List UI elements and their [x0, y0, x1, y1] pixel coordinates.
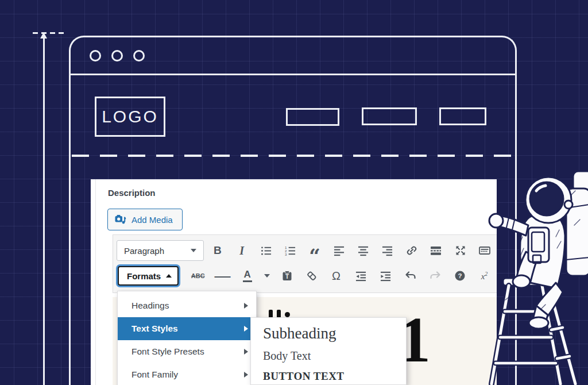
block-format-select[interactable]: Paragraph [117, 240, 204, 261]
strikethrough-icon: ABC [191, 272, 205, 279]
outdent-icon [355, 271, 366, 282]
clear-formatting-button[interactable] [299, 265, 324, 286]
nav-placeholder [286, 108, 339, 126]
align-right-icon [382, 245, 393, 256]
blockquote-button[interactable]: “ [303, 245, 327, 266]
block-format-value: Paragraph [124, 246, 164, 256]
numbered-list-icon: 1 2 3 [285, 245, 296, 256]
italic-icon: I [239, 244, 244, 257]
nav-placeholder [439, 107, 486, 125]
svg-text:T: T [285, 274, 289, 280]
logo-label: LOGO [102, 107, 158, 126]
submenu-item-body-text[interactable]: Body Text [263, 349, 406, 363]
metabox-border [95, 179, 96, 385]
submenu-arrow-icon [244, 326, 248, 332]
menu-item-headings[interactable]: Headings [118, 294, 256, 317]
undo-button[interactable] [398, 265, 423, 286]
redo-button[interactable] [423, 265, 447, 286]
blueprint-hero-graphic: LOGO Description Add Media Paragra [0, 0, 588, 385]
menu-item-label: Headings [131, 301, 169, 311]
read-more-icon [430, 245, 442, 256]
wireframe-dashed-divider [72, 155, 514, 157]
read-more-button[interactable] [424, 240, 448, 261]
chevron-up-icon [166, 274, 172, 278]
submenu-arrow-icon [244, 303, 248, 309]
wireframe-titlebar [71, 37, 515, 75]
special-character-button[interactable]: Ω [324, 265, 349, 286]
paste-as-text-button[interactable]: T [274, 265, 299, 286]
paste-as-text-icon: T [281, 270, 293, 282]
menu-item-label: Font Style Presets [131, 346, 204, 357]
submenu-item-button-text[interactable]: BUTTON TEXT [263, 370, 406, 383]
text-color-icon: A [244, 270, 251, 279]
fullscreen-icon [455, 245, 466, 256]
dimension-arrow [43, 38, 45, 385]
add-media-label: Add Media [131, 215, 173, 225]
align-left-button[interactable] [327, 240, 351, 261]
logo-placeholder: LOGO [95, 97, 165, 137]
editor-toolbar: Paragraph B I 1 2 3 [113, 234, 497, 293]
window-dot-icon [90, 50, 101, 61]
indent-icon [380, 271, 391, 282]
bold-button[interactable]: B [206, 240, 230, 261]
indent-button[interactable] [373, 265, 398, 286]
menu-item-label: Text Styles [131, 324, 178, 334]
astronaut-illustration [488, 168, 588, 385]
formats-button[interactable]: Formats [118, 266, 179, 286]
field-label: Description [108, 188, 156, 198]
add-media-button[interactable]: Add Media [107, 209, 183, 230]
formats-label: Formats [127, 271, 161, 281]
menu-item-font-style-presets[interactable]: Font Style Presets [118, 340, 256, 363]
menu-item-font-family[interactable]: Font Family [118, 363, 256, 385]
svg-text:3: 3 [285, 252, 287, 256]
align-right-button[interactable] [376, 240, 400, 261]
help-button[interactable]: ? [447, 265, 472, 286]
outdent-button[interactable] [349, 265, 373, 286]
superscript-icon: x2 [481, 271, 488, 282]
link-icon [406, 245, 417, 256]
italic-button[interactable]: I [230, 240, 254, 261]
align-center-button[interactable] [351, 240, 375, 261]
omega-icon: Ω [332, 270, 341, 283]
help-icon: ? [454, 270, 466, 282]
text-color-caret-button[interactable] [260, 265, 274, 286]
submenu-arrow-icon [244, 372, 248, 378]
numbered-list-button[interactable]: 1 2 3 [278, 240, 303, 261]
partial-glyph [285, 312, 290, 317]
insert-link-button[interactable] [400, 240, 424, 261]
toolbar-row-1: Paragraph B I 1 2 3 [117, 240, 497, 261]
submenu-arrow-icon [244, 349, 248, 355]
undo-icon [405, 270, 416, 282]
chevron-down-icon [264, 274, 270, 278]
toolbar-row-2: Formats ABC — A T [117, 265, 497, 287]
nav-placeholder [362, 107, 417, 125]
editor-panel: Description Add Media Paragraph B I [91, 179, 497, 385]
text-styles-submenu: Subheading Body Text BUTTON TEXT [250, 317, 407, 385]
fullscreen-button[interactable] [448, 240, 472, 261]
chevron-down-icon [191, 249, 196, 252]
window-dot-icon [111, 50, 123, 61]
horizontal-rule-icon: — [215, 270, 231, 283]
text-color-swatch [243, 280, 252, 282]
bulleted-list-button[interactable] [254, 240, 278, 261]
formats-menu: Headings Text Styles Font Style Presets … [117, 291, 257, 385]
redo-icon [430, 270, 441, 282]
align-center-icon [358, 245, 369, 256]
eraser-icon [306, 270, 318, 282]
media-camera-note-icon [115, 214, 127, 225]
svg-text:?: ? [458, 272, 462, 279]
dimension-dashes [33, 32, 66, 34]
window-dot-icon [133, 50, 145, 61]
horizontal-rule-button[interactable]: — [206, 265, 240, 286]
menu-item-label: Font Family [131, 369, 178, 380]
bulleted-list-icon [261, 245, 272, 256]
submenu-item-subheading[interactable]: Subheading [263, 325, 406, 342]
bold-icon: B [214, 244, 222, 257]
align-left-icon [334, 245, 345, 256]
menu-item-text-styles[interactable]: Text Styles [118, 317, 256, 340]
